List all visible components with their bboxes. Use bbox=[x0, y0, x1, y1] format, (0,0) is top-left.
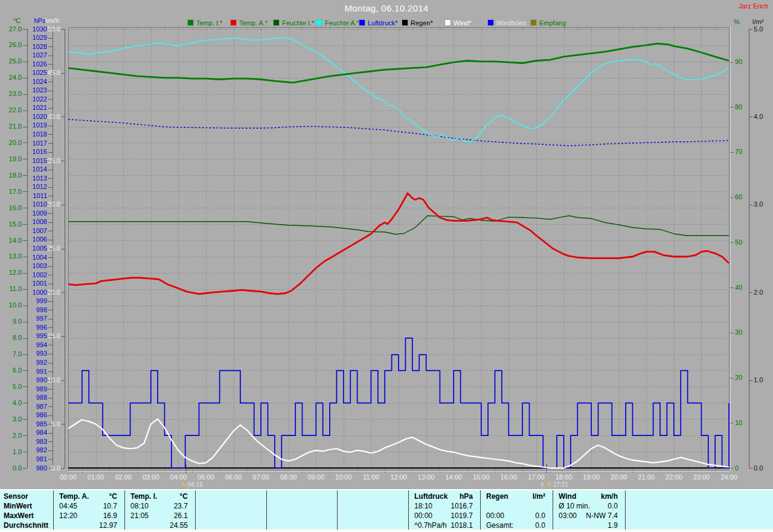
series-feuchtea bbox=[68, 37, 729, 142]
time-axis-label: 11:00 bbox=[358, 473, 384, 481]
pressure-axis-tick-label: 983 bbox=[12, 438, 47, 446]
pressure-axis-tick-label: 994 bbox=[12, 341, 47, 349]
legend-item-label: Wind* bbox=[454, 19, 471, 27]
humidity-axis-tick-label: 60 bbox=[735, 193, 759, 201]
wind-axis-tick-label: 30.0 bbox=[25, 200, 60, 208]
table-cell-value: 0.0 bbox=[486, 521, 545, 530]
legend-color-swatch bbox=[487, 19, 494, 26]
time-axis-label: 20:00 bbox=[606, 473, 632, 481]
table-cell-value: hPa bbox=[414, 492, 473, 501]
table-cell-value: km/h bbox=[559, 492, 618, 501]
humidity-axis-tick-label: 70 bbox=[735, 148, 759, 156]
humidity-axis-tick-label: 90 bbox=[735, 58, 759, 66]
wind-axis-tick-label: 20.0 bbox=[25, 289, 60, 296]
legend-item-label: Feuchte A.* bbox=[325, 19, 359, 27]
table-column-divider bbox=[408, 490, 409, 530]
table-row-label: MinWert bbox=[4, 502, 52, 511]
weather-chart-plot bbox=[0, 0, 773, 532]
legend-item-tempi[interactable]: Temp. I.* bbox=[187, 19, 222, 27]
wind-axis-tick-label: 10.0 bbox=[25, 376, 60, 384]
legend-color-swatch bbox=[359, 19, 365, 26]
legend-color-swatch bbox=[530, 19, 537, 26]
pressure-axis-tick-label: 1027 bbox=[12, 51, 47, 59]
pressure-axis-tick-label: 1006 bbox=[12, 236, 47, 243]
legend-color-swatch bbox=[316, 19, 322, 26]
time-axis-label: 04:00 bbox=[165, 473, 191, 481]
table-cell-value: °C bbox=[130, 492, 188, 501]
legend-item-label: Luftdruck* bbox=[368, 19, 398, 27]
table-row-label: Durchschnitt bbox=[4, 521, 52, 530]
pressure-axis-tick-label: 1029 bbox=[12, 34, 47, 42]
rain-axis-tick-label: 4.0 bbox=[754, 113, 773, 121]
pressure-axis-tick-label: 1012 bbox=[12, 183, 47, 191]
legend-item-tempa[interactable]: Temp. A.* bbox=[230, 19, 268, 27]
legend-item-label: Feuchte I.* bbox=[282, 19, 314, 27]
pressure-axis-tick-label: 1023 bbox=[12, 86, 47, 94]
table-cell-value: N-NW 7.4 bbox=[559, 511, 618, 521]
time-axis-label: 16:00 bbox=[495, 473, 522, 481]
wind-axis-tick-label: 45.0 bbox=[25, 69, 60, 77]
pressure-axis-tick-label: 1021 bbox=[12, 104, 47, 112]
legend-item-empfang[interactable]: Empfang bbox=[530, 19, 566, 27]
time-axis-label: 01:00 bbox=[83, 473, 109, 481]
sunset-icon: ☾ bbox=[541, 482, 546, 488]
pressure-axis-tick-label: 989 bbox=[12, 385, 47, 393]
legend-item-windböen[interactable]: Windböen bbox=[487, 19, 527, 27]
wind-axis-tick-label: 35.0 bbox=[25, 157, 60, 165]
time-axis-label: 17:00 bbox=[523, 473, 550, 481]
time-axis-label: 07:00 bbox=[248, 473, 274, 481]
pressure-axis-tick-label: 1017 bbox=[12, 139, 47, 147]
legend-item-feuchtea[interactable]: Feuchte A.* bbox=[316, 19, 359, 27]
legend-color-swatch bbox=[444, 19, 451, 26]
sunrise-icon: ☀ bbox=[181, 481, 186, 488]
sunrise-time-label: 04:15 bbox=[186, 481, 203, 488]
legend-item-label: Temp. I.* bbox=[196, 19, 222, 27]
pressure-axis-tick-label: 1018 bbox=[12, 130, 47, 138]
legend-item-wind[interactable]: Wind* bbox=[444, 19, 471, 27]
table-cell-value: 16.9 bbox=[59, 511, 117, 521]
legend-item-feuchtei[interactable]: Feuchte I.* bbox=[273, 19, 314, 27]
time-axis-label: 23:00 bbox=[688, 473, 714, 481]
wind-axis-tick-label: 0.0 bbox=[25, 464, 60, 472]
humidity-axis-tick-label: 50 bbox=[735, 239, 759, 246]
table-cell-value: l/m² bbox=[486, 492, 545, 501]
time-axis-label: 09:00 bbox=[303, 473, 329, 481]
table-cell-value: 0.0 bbox=[559, 502, 618, 511]
table-column-divider bbox=[625, 490, 626, 530]
table-cell-value: 24.55 bbox=[130, 521, 188, 530]
table-column-divider bbox=[337, 490, 338, 530]
legend-item-label: Empfang bbox=[539, 19, 566, 27]
wind-axis-unit: km/h bbox=[24, 17, 59, 25]
pressure-axis-tick-label: 1001 bbox=[12, 280, 47, 287]
time-axis-label: 08:00 bbox=[275, 473, 302, 481]
table-cell-value: 12.97 bbox=[59, 521, 117, 530]
legend-item-regen[interactable]: Regen* bbox=[402, 19, 433, 27]
pressure-axis-tick-label: 1016 bbox=[12, 148, 47, 156]
pressure-axis-tick-label: 1009 bbox=[12, 210, 47, 217]
time-axis-label: 10:00 bbox=[330, 473, 357, 481]
table-cell-value: 26.1 bbox=[130, 511, 188, 521]
humidity-axis-tick-label: 10 bbox=[735, 419, 759, 427]
time-axis-label: 15:00 bbox=[468, 473, 495, 481]
legend-item-label: Temp. A.* bbox=[239, 19, 268, 27]
legend-item-label: Windböen bbox=[496, 19, 527, 27]
rain-axis-tick-label: 0.0 bbox=[754, 464, 773, 472]
pressure-axis-tick-label: 1008 bbox=[12, 218, 47, 226]
time-axis-label: 05:00 bbox=[193, 473, 219, 481]
table-row-label: MaxWert bbox=[4, 511, 52, 521]
pressure-axis-tick-label: 1022 bbox=[12, 95, 47, 103]
sunset-marker: ☾☀ 17:21 bbox=[541, 481, 568, 489]
legend-color-swatch bbox=[230, 19, 237, 26]
legend-color-swatch bbox=[402, 19, 408, 26]
time-axis-label: 02:00 bbox=[110, 473, 136, 481]
pressure-axis-tick-label: 1013 bbox=[12, 175, 47, 182]
pressure-axis-tick-label: 1003 bbox=[12, 262, 47, 270]
pressure-axis-tick-label: 981 bbox=[12, 455, 47, 463]
statistics-table-body: SensorMinWertMaxWertDurchschnittTemp. A.… bbox=[0, 490, 773, 530]
time-axis-label: 13:00 bbox=[413, 473, 440, 481]
legend-color-swatch bbox=[273, 19, 280, 26]
pressure-axis-tick-label: 1026 bbox=[12, 60, 47, 68]
legend-item-luftdruck[interactable]: Luftdruck* bbox=[359, 19, 398, 27]
wind-axis-tick-label: 5.0 bbox=[25, 420, 60, 428]
wind-axis-tick-label: 50.0 bbox=[25, 25, 60, 33]
